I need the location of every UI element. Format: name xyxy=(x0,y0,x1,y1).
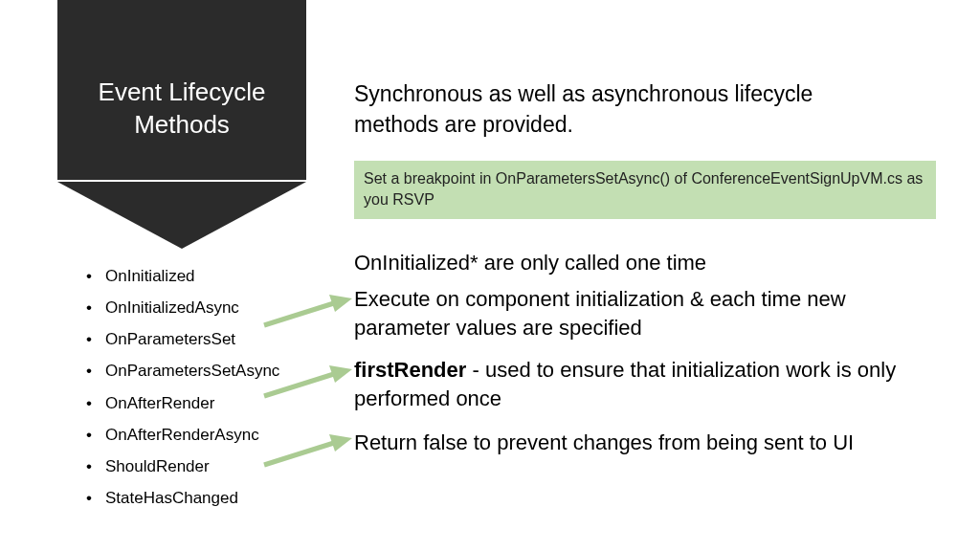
desc-firstrender-bold: firstRender xyxy=(354,358,466,382)
desc-firstrender: firstRender - used to ensure that initia… xyxy=(354,356,928,412)
list-item: OnAfterRenderAsync xyxy=(86,419,279,451)
svg-marker-1 xyxy=(329,295,352,312)
intro-text: Synchronous as well as asynchronous life… xyxy=(354,78,890,140)
list-item: OnInitializedAsync xyxy=(86,292,279,323)
list-item: OnInitialized xyxy=(86,260,279,292)
desc-onparametersset: Execute on component initialization & ea… xyxy=(354,285,928,342)
list-item: OnParametersSet xyxy=(86,323,279,355)
lifecycle-method-list: OnInitialized OnInitializedAsync OnParam… xyxy=(86,260,279,514)
desc-oninitialized: OnInitialized* are only called one time xyxy=(354,249,928,277)
title-banner-tail xyxy=(57,182,306,249)
breakpoint-callout: Set a breakpoint in OnParametersSetAsync… xyxy=(354,161,936,219)
list-item: ShouldRender xyxy=(86,451,279,482)
slide-title: Event Lifecycle Methods xyxy=(99,77,266,139)
svg-marker-5 xyxy=(329,434,352,452)
list-item: StateHasChanged xyxy=(86,482,279,514)
desc-shouldrender: Return false to prevent changes from bei… xyxy=(354,429,928,457)
list-item: OnParametersSetAsync xyxy=(86,355,279,386)
title-banner: Event Lifecycle Methods xyxy=(57,0,306,180)
svg-marker-3 xyxy=(329,365,352,383)
list-item: OnAfterRender xyxy=(86,387,279,419)
